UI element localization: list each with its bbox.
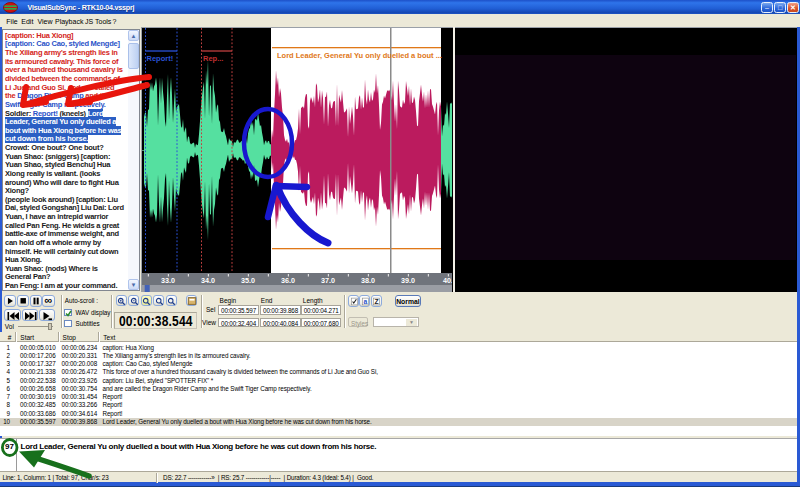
svg-text:34.0: 34.0: [201, 276, 215, 285]
svg-text:Report!: Report!: [147, 54, 174, 63]
svg-text:Z: Z: [375, 298, 379, 305]
svg-text:37.0: 37.0: [321, 276, 335, 285]
svg-text:39.0: 39.0: [401, 276, 415, 285]
svg-text:40.: 40.: [443, 276, 452, 285]
svg-text:33.0: 33.0: [161, 276, 175, 285]
svg-text:Rep...: Rep...: [203, 54, 223, 63]
svg-text:35.0: 35.0: [241, 276, 255, 285]
svg-text:a: a: [363, 298, 367, 305]
svg-text:38.0: 38.0: [361, 276, 375, 285]
svg-text:Lord Leader, General Yu only d: Lord Leader, General Yu only duelled a b…: [277, 51, 442, 60]
svg-text:36.0: 36.0: [281, 276, 295, 285]
